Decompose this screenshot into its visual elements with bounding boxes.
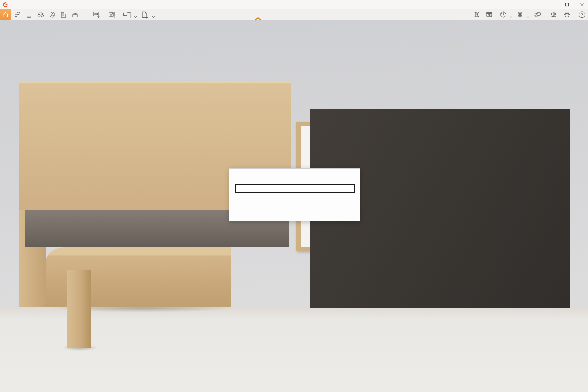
clapperboard-icon [71,11,79,18]
viewport-capture-icon [486,11,493,18]
map-icon [473,11,481,18]
vr-button[interactable] [533,11,542,19]
toolbar-divider [546,11,546,19]
bim-info-icon [26,11,33,18]
collapse-toolbar-chevron[interactable] [255,16,261,20]
viewport-capture-button[interactable] [486,11,493,19]
find-view-button[interactable] [37,11,45,19]
enscape-window [0,0,588,392]
gear-icon [563,11,571,19]
building-icon [60,11,67,18]
help-button[interactable] [578,11,586,19]
home-button[interactable] [0,9,11,20]
export-image-button[interactable] [93,11,100,19]
maximize-button[interactable] [560,0,574,9]
export-progress-dialog [229,168,360,221]
mini-map-button[interactable] [473,11,481,19]
feedback-pin-icon [13,11,21,18]
building-mode-button[interactable] [59,11,67,19]
exe-chevron-down-icon[interactable] [152,14,155,16]
home-icon [2,11,9,18]
batch-export-button[interactable] [108,11,116,19]
eye-settings-icon [550,11,558,19]
toolbar-divider [83,11,83,19]
dialog-divider [229,206,360,206]
view-cone-icon [49,11,56,18]
render-viewport[interactable] [0,20,588,392]
feedback-button[interactable] [13,11,21,19]
batch-export-icon [108,11,116,19]
bim-button[interactable] [25,11,33,19]
progress-bar-track [235,184,355,193]
settings-button[interactable] [563,11,571,19]
video-editor-button[interactable] [71,11,79,19]
box-3d-icon [499,11,507,19]
fly-chevron-down-icon[interactable] [526,14,530,16]
visual-settings-button[interactable] [550,11,558,19]
toolbar [0,9,588,20]
vr-headset-icon [533,11,542,19]
panorama-icon [122,11,132,19]
wings-icon [516,11,524,19]
isolate-chevron-down-icon[interactable] [509,14,512,16]
cancel-button[interactable] [345,211,351,213]
orthographic-button[interactable] [48,11,56,19]
isolate-box-button[interactable] [499,11,507,19]
export-panorama-button[interactable] [122,11,133,19]
toolbar-divider [468,11,468,19]
enscape-logo-icon [3,2,8,8]
minimize-button[interactable] [545,0,558,9]
panorama-chevron-down-icon[interactable] [134,14,137,16]
help-icon [578,11,586,19]
title-bar [0,0,588,9]
fly-mode-button[interactable] [516,11,524,19]
binoculars-icon [37,11,45,18]
export-exe-button[interactable] [141,11,150,19]
close-button[interactable] [576,0,588,9]
export-image-icon [93,11,100,19]
exe-file-icon [141,11,149,19]
